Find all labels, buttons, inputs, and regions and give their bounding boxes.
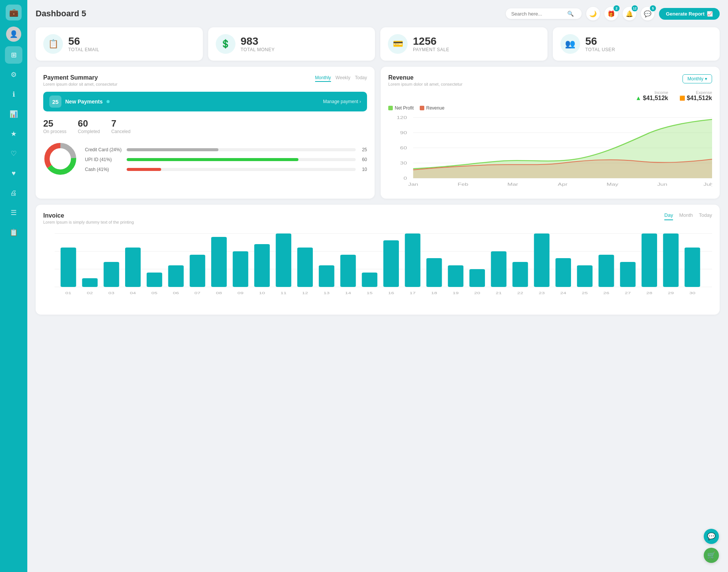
svg-text:28: 28 bbox=[646, 291, 653, 295]
sidebar-item-info[interactable]: ℹ bbox=[5, 86, 22, 103]
chat-icon-btn[interactable]: 💬 5 bbox=[641, 7, 654, 20]
inv-tab-day[interactable]: Day bbox=[664, 212, 673, 220]
user-icon: 👥 bbox=[560, 34, 580, 54]
inv-tab-month[interactable]: Month bbox=[679, 212, 693, 220]
cash-label: Cash (41%) bbox=[85, 167, 123, 172]
svg-text:23: 23 bbox=[539, 291, 545, 295]
mid-grid: Payment Summary Lorem ipsum dolor sit am… bbox=[36, 67, 720, 199]
generate-report-button[interactable]: Generate Report 📈 bbox=[659, 8, 720, 20]
tab-today[interactable]: Today bbox=[355, 74, 367, 82]
svg-text:20: 20 bbox=[474, 291, 480, 295]
credit-label: Credit Card (24%) bbox=[85, 147, 123, 152]
user-number: 56 bbox=[585, 36, 615, 47]
svg-rect-85 bbox=[663, 234, 679, 287]
user-label: TOTAL USER bbox=[585, 47, 615, 52]
tab-monthly[interactable]: Monthly bbox=[315, 74, 331, 82]
floating-buttons: 💬 🛒 bbox=[704, 529, 719, 563]
money-number: 983 bbox=[241, 36, 275, 47]
progress-row-cash: Cash (41%) 10 bbox=[85, 167, 367, 172]
search-input[interactable] bbox=[511, 11, 564, 17]
sidebar-item-heart-filled[interactable]: ♥ bbox=[5, 165, 22, 182]
invoice-bar-chart: 60 40 20 0 01 02 03 04 05 06 07 bbox=[55, 230, 712, 306]
svg-text:27: 27 bbox=[625, 291, 631, 295]
legend-revenue: Revenue bbox=[420, 105, 444, 111]
invoice-chart-wrap: 60 40 20 0 01 02 03 04 05 06 07 bbox=[43, 230, 712, 307]
page-title: Dashboard 5 bbox=[36, 9, 86, 19]
dark-mode-toggle[interactable]: 🌙 bbox=[586, 7, 600, 20]
progress-list: Credit Card (24%) 25 UPI ID (41%) 60 bbox=[85, 147, 367, 172]
canceled-value: 7 bbox=[111, 118, 130, 129]
payment-stats-row: 25 On process 60 Completed 7 Canceled bbox=[43, 118, 367, 134]
svg-rect-63 bbox=[426, 258, 442, 287]
svg-text:17: 17 bbox=[410, 291, 416, 295]
invoice-header: Invoice Lorem Ipsum is simply dummy text… bbox=[43, 212, 712, 224]
stat-completed: 60 Completed bbox=[78, 118, 100, 134]
legend-net-profit: Net Profit bbox=[388, 105, 414, 111]
sidebar-item-list[interactable]: ☰ bbox=[5, 204, 22, 221]
stat-card-user: 👥 56 TOTAL USER bbox=[553, 27, 720, 61]
income-up-icon: ▲ bbox=[635, 95, 642, 102]
svg-rect-55 bbox=[340, 255, 356, 287]
on-process-value: 25 bbox=[43, 118, 66, 129]
svg-rect-39 bbox=[168, 265, 184, 287]
payment-bottom: Credit Card (24%) 25 UPI ID (41%) 60 bbox=[43, 142, 367, 177]
sidebar-item-star[interactable]: ★ bbox=[5, 125, 22, 143]
sidebar-item-notes[interactable]: 📋 bbox=[5, 224, 22, 241]
svg-text:22: 22 bbox=[517, 291, 523, 295]
svg-text:21: 21 bbox=[496, 291, 502, 295]
svg-text:Feb: Feb bbox=[458, 182, 468, 186]
payment-icon: 💳 bbox=[388, 34, 408, 54]
svg-text:02: 02 bbox=[87, 291, 93, 295]
svg-text:03: 03 bbox=[108, 291, 115, 295]
progress-row-credit: Credit Card (24%) 25 bbox=[85, 147, 367, 152]
svg-rect-71 bbox=[512, 262, 528, 287]
stat-card-payment: 💳 1256 PAYMENT SALE bbox=[380, 27, 548, 61]
payment-title-group: Payment Summary Lorem ipsum dolor sit am… bbox=[43, 74, 118, 86]
manage-payment-link[interactable]: Manage payment › bbox=[323, 99, 361, 104]
svg-rect-47 bbox=[254, 244, 270, 287]
svg-text:09: 09 bbox=[237, 291, 243, 295]
upi-bar bbox=[127, 158, 298, 161]
svg-text:12: 12 bbox=[302, 291, 308, 295]
tab-weekly[interactable]: Weekly bbox=[336, 74, 350, 82]
svg-text:05: 05 bbox=[151, 291, 157, 295]
progress-row-upi: UPI ID (41%) 60 bbox=[85, 157, 367, 162]
upi-val: 60 bbox=[359, 157, 367, 162]
stat-user-info: 56 TOTAL USER bbox=[585, 36, 615, 53]
svg-rect-79 bbox=[598, 255, 614, 287]
support-float-btn[interactable]: 💬 bbox=[704, 529, 719, 544]
sidebar-item-settings[interactable]: ⚙ bbox=[5, 66, 22, 83]
svg-rect-53 bbox=[319, 265, 334, 287]
svg-text:01: 01 bbox=[65, 291, 71, 295]
invoice-title: Invoice bbox=[43, 212, 134, 219]
inv-tab-today[interactable]: Today bbox=[699, 212, 712, 220]
cash-bar-wrap bbox=[127, 168, 356, 171]
revenue-title-group: Revenue Lorem ipsum dolor sit amet, cons… bbox=[388, 74, 463, 86]
revenue-title: Revenue bbox=[388, 74, 463, 81]
payment-label: PAYMENT SALE bbox=[413, 47, 449, 52]
user-avatar[interactable]: 👤 bbox=[6, 27, 21, 42]
svg-text:26: 26 bbox=[603, 291, 609, 295]
revenue-monthly-dropdown[interactable]: Monthly ▾ bbox=[682, 74, 712, 83]
sidebar-item-dashboard[interactable]: ⊞ bbox=[5, 46, 22, 64]
main-content: Dashboard 5 🔍 🌙 🎁 2 🔔 12 💬 5 Generate Re… bbox=[27, 0, 728, 572]
sidebar-item-chart[interactable]: 📊 bbox=[5, 105, 22, 123]
svg-rect-31 bbox=[82, 278, 98, 287]
gift-icon-btn[interactable]: 🎁 2 bbox=[604, 7, 618, 20]
invoice-title-group: Invoice Lorem Ipsum is simply dummy text… bbox=[43, 212, 134, 224]
cart-float-btn[interactable]: 🛒 bbox=[704, 548, 719, 563]
new-payments-count: 25 bbox=[49, 96, 61, 108]
svg-text:16: 16 bbox=[388, 291, 394, 295]
completed-label: Completed bbox=[78, 129, 100, 134]
upi-bar-wrap bbox=[127, 158, 356, 161]
upi-label: UPI ID (41%) bbox=[85, 157, 123, 162]
sidebar-item-heart-outline[interactable]: ♡ bbox=[5, 145, 22, 162]
invoice-tabs: Day Month Today bbox=[664, 212, 712, 220]
stat-cards: 📋 56 TOTAL EMAIL 💲 983 TOTAL MONEY 💳 125… bbox=[36, 27, 720, 61]
sidebar-item-print[interactable]: 🖨 bbox=[5, 184, 22, 202]
expense-label: Expense bbox=[679, 90, 712, 95]
svg-rect-59 bbox=[383, 240, 399, 287]
svg-text:Mar: Mar bbox=[507, 182, 518, 186]
bell-icon-btn[interactable]: 🔔 12 bbox=[623, 7, 636, 20]
money-icon: 💲 bbox=[216, 34, 235, 54]
